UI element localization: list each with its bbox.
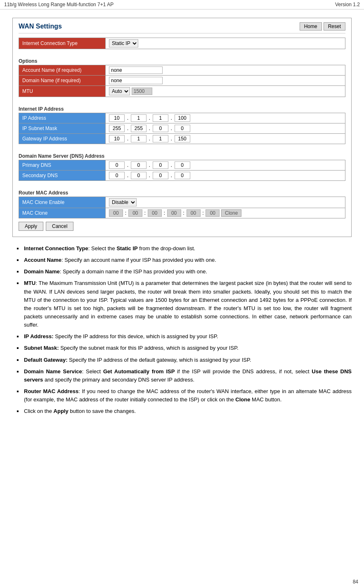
reset-button[interactable]: Reset: [324, 22, 345, 31]
mask-dot-2: .: [149, 125, 151, 131]
desc-item-default-gateway: ▪ Default Gateway: Specify the IP addres…: [12, 356, 352, 364]
mac-sep-3: :: [163, 210, 165, 216]
mtu-select[interactable]: Auto: [109, 87, 130, 95]
wan-settings-title: WAN Settings: [19, 23, 62, 30]
domain-name-row: Domain Name (if required): [19, 76, 345, 86]
header-title: 11b/g Wireless Long Range Multi-function…: [4, 2, 113, 7]
gw-oct1[interactable]: [109, 135, 125, 142]
bullet-10: ▪: [17, 407, 22, 415]
desc-account-name-text: Account Name: Specify an account name if…: [24, 256, 352, 264]
gw-oct2[interactable]: [131, 135, 147, 142]
desc-term-ip-address: IP Address:: [24, 333, 54, 339]
desc-item-dns: ▪ Domain Name Service: Select Get Automa…: [12, 368, 352, 384]
mac-h2[interactable]: [128, 209, 142, 217]
sdns-dot-2: .: [149, 172, 151, 178]
header-buttons: Home Reset: [300, 22, 345, 31]
secondary-dns-value: . . .: [106, 171, 345, 181]
account-name-row: Account Name (if required): [19, 65, 345, 76]
desc-ip-address-text: IP Address: Specify the IP address for t…: [24, 332, 352, 341]
dns-section-label: Domain Name Server (DNS) Address: [19, 152, 345, 160]
ip-oct4[interactable]: [175, 114, 190, 122]
gw-dot-3: .: [170, 135, 172, 142]
mac-h4[interactable]: [167, 209, 181, 217]
pdns-oct1[interactable]: [109, 161, 125, 169]
desc-item-connection-type: ▪ Internet Connection Type: Select the S…: [12, 244, 352, 253]
sdns-oct3[interactable]: [153, 172, 168, 179]
ip-oct2[interactable]: [131, 114, 147, 122]
connection-type-value: Static IP: [106, 38, 345, 49]
desc-term-connection-type: Internet Connection Type: [24, 245, 88, 251]
mask-oct1[interactable]: [109, 125, 125, 132]
connection-type-select[interactable]: Static IP: [109, 39, 138, 47]
clone-mac-button[interactable]: Clone: [221, 209, 241, 217]
account-name-input[interactable]: [109, 66, 163, 74]
page-number: 84: [353, 579, 358, 585]
mask-oct2[interactable]: [131, 125, 147, 132]
primary-dns-label: Primary DNS: [19, 160, 106, 171]
secondary-dns-row: Secondary DNS . . .: [19, 171, 345, 181]
dns-table: Primary DNS . . . Secondary DNS . .: [19, 160, 345, 181]
desc-item-apply: ▪ Click on the Apply button to save the …: [12, 407, 352, 415]
mtu-input[interactable]: [132, 88, 152, 95]
gateway-row: Gateway IP Address . . .: [19, 134, 345, 144]
bullet-9: ▪: [17, 387, 22, 404]
desc-term-domain-name: Domain Name: [24, 268, 60, 275]
ip-table: IP Address . . . IP Subnet Mask . .: [19, 113, 345, 144]
mac-h6[interactable]: [206, 209, 220, 217]
domain-name-input[interactable]: [109, 77, 163, 84]
pdns-dot-3: .: [170, 162, 172, 168]
mac-clone-row: MAC Clone : : : : : Clone: [19, 208, 345, 218]
bullet-5: ▪: [17, 332, 22, 341]
pdns-oct3[interactable]: [153, 161, 168, 169]
mac-h5[interactable]: [187, 209, 201, 217]
sdns-oct4[interactable]: [175, 172, 190, 179]
mask-oct3[interactable]: [153, 125, 168, 132]
desc-term-default-gateway: Default Gateway:: [24, 357, 67, 363]
bullet-1: ▪: [17, 244, 22, 253]
pdns-dot-1: .: [127, 162, 129, 168]
bullet-8: ▪: [17, 368, 22, 384]
desc-mac-address-text: Router MAC Address: If you need to chang…: [24, 387, 352, 404]
sdns-oct2[interactable]: [131, 172, 147, 179]
mac-clone-enable-select[interactable]: Disable: [109, 198, 137, 206]
ip-dot-1: .: [127, 115, 129, 121]
connection-type-table: Internet Connection Type Static IP: [19, 38, 345, 49]
gateway-label: Gateway IP Address: [19, 134, 106, 144]
desc-value-apply: Apply: [54, 408, 69, 414]
mask-dot-3: .: [170, 125, 172, 131]
desc-item-subnet-mask: ▪ Subnet Mask: Specify the subnet mask f…: [12, 344, 352, 352]
mac-sep-5: :: [202, 210, 204, 216]
ip-section-label: Internet IP Address: [19, 104, 345, 113]
gw-oct3[interactable]: [153, 135, 168, 142]
ip-oct3[interactable]: [153, 114, 168, 122]
desc-mtu-text: MTU: The Maximum Transmission Unit (MTU)…: [24, 279, 352, 329]
mac-h1[interactable]: [109, 209, 123, 217]
pdns-oct2[interactable]: [131, 161, 147, 169]
desc-apply-text: Click on the Apply button to save the ch…: [24, 407, 352, 415]
page-header: 11b/g Wireless Long Range Multi-function…: [0, 0, 364, 9]
ip-address-label: IP Address: [19, 113, 106, 123]
gw-oct4[interactable]: [175, 135, 190, 142]
mac-clone-label: MAC Clone: [19, 208, 106, 218]
options-section-label: Options: [19, 57, 345, 65]
desc-default-gateway-text: Default Gateway: Specify the IP address …: [24, 356, 352, 364]
connection-type-label: Internet Connection Type: [19, 38, 106, 49]
account-name-value: [106, 65, 345, 76]
gw-dot-2: .: [149, 135, 151, 142]
desc-domain-name-text: Domain Name: Specify a domain name if th…: [24, 268, 352, 276]
desc-value-static-ip: Static IP: [116, 245, 137, 251]
header-version: Version 1.2: [335, 2, 360, 7]
mac-h3[interactable]: [148, 209, 162, 217]
pdns-oct4[interactable]: [175, 161, 190, 169]
ip-dot-2: .: [149, 115, 151, 121]
home-button[interactable]: Home: [300, 22, 322, 31]
mac-clone-enable-label: MAC Clone Enable: [19, 197, 106, 208]
apply-button[interactable]: Apply: [19, 222, 43, 231]
sdns-oct1[interactable]: [109, 172, 125, 179]
desc-term-dns: Domain Name Service: [24, 368, 82, 375]
desc-subnet-mask-text: Subnet Mask: Specify the subnet mask for…: [24, 344, 352, 352]
ip-oct1[interactable]: [109, 114, 125, 122]
mac-clone-value: : : : : : Clone: [106, 208, 345, 218]
mask-oct4[interactable]: [175, 125, 190, 132]
cancel-button[interactable]: Cancel: [46, 222, 73, 231]
